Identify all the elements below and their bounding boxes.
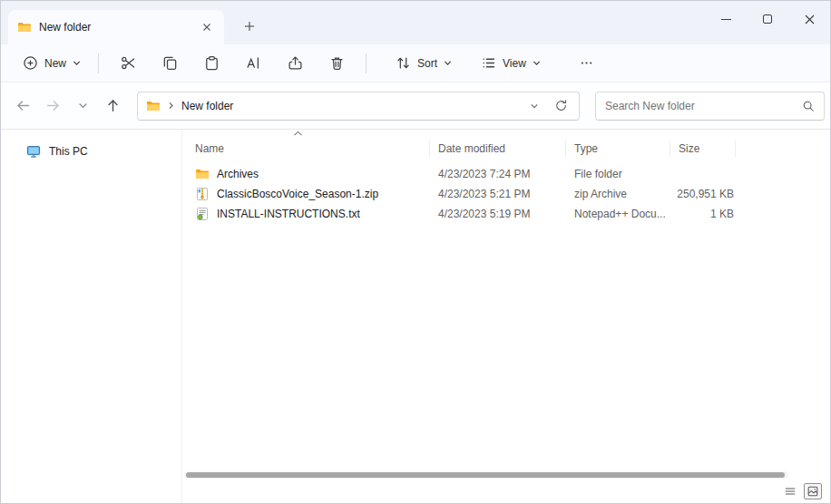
details-view-button[interactable] bbox=[781, 483, 799, 499]
tab-title: New folder bbox=[39, 21, 191, 34]
up-arrow-icon bbox=[105, 98, 121, 113]
text-icon bbox=[195, 207, 210, 221]
file-date: 4/23/2023 5:19 PM bbox=[430, 208, 566, 220]
file-date: 4/23/2023 5:21 PM bbox=[430, 188, 566, 200]
large-icons-view-icon bbox=[807, 485, 819, 498]
sort-button[interactable]: Sort bbox=[387, 48, 460, 79]
forward-button[interactable] bbox=[39, 92, 66, 120]
sort-ascending-icon bbox=[293, 131, 303, 137]
column-header-date-modified[interactable]: Date modified bbox=[430, 141, 566, 157]
new-button[interactable]: New bbox=[14, 48, 90, 79]
refresh-button[interactable] bbox=[551, 96, 571, 116]
column-header-type[interactable]: Type bbox=[566, 141, 670, 157]
horizontal-scrollbar-thumb[interactable] bbox=[186, 472, 785, 478]
breadcrumb-chevron-icon[interactable] bbox=[167, 102, 175, 110]
address-dropdown-button[interactable] bbox=[524, 96, 544, 116]
search-input[interactable] bbox=[605, 100, 795, 112]
delete-button[interactable] bbox=[318, 48, 355, 79]
folder-icon bbox=[146, 99, 161, 113]
close-button[interactable] bbox=[788, 1, 830, 37]
command-toolbar: New Sort View bbox=[1, 44, 830, 82]
column-header-name[interactable]: Name bbox=[182, 141, 430, 157]
paste-icon bbox=[204, 55, 220, 71]
address-bar[interactable]: New folder bbox=[137, 92, 580, 121]
horizontal-scrollbar-track[interactable] bbox=[184, 471, 788, 479]
file-type: zip Archive bbox=[566, 188, 670, 200]
sidebar-item-this-pc[interactable]: This PC bbox=[6, 139, 176, 164]
file-row-archives[interactable]: Archives 4/23/2023 7:24 PM File folder bbox=[182, 164, 830, 184]
plus-circle-icon bbox=[23, 55, 38, 71]
zip-icon bbox=[195, 187, 210, 201]
search-icon[interactable] bbox=[802, 100, 815, 112]
folder-icon bbox=[17, 20, 32, 34]
copy-button[interactable] bbox=[152, 48, 188, 79]
view-icon bbox=[481, 55, 496, 71]
file-row-zip[interactable]: ClassicBoscoVoice_Season-1.zip 4/23/2023… bbox=[182, 184, 830, 204]
chevron-down-icon bbox=[533, 59, 541, 67]
status-bar bbox=[781, 483, 822, 499]
monitor-icon bbox=[26, 144, 41, 159]
sort-icon bbox=[396, 55, 411, 71]
navigation-pane: This PC bbox=[1, 130, 181, 503]
view-button[interactable]: View bbox=[473, 48, 549, 79]
new-button-label: New bbox=[44, 57, 66, 70]
folder-icon bbox=[195, 167, 210, 181]
file-size: 250,951 KB bbox=[670, 188, 734, 200]
file-list-pane: Name Date modified Type Size bbox=[182, 130, 830, 503]
toolbar-divider bbox=[98, 53, 99, 73]
column-header-size[interactable]: Size bbox=[670, 141, 736, 157]
rename-button[interactable] bbox=[235, 48, 271, 79]
up-button[interactable] bbox=[99, 92, 126, 120]
navigation-bar: New folder bbox=[1, 82, 830, 130]
column-header-date-label: Date modified bbox=[438, 142, 505, 155]
file-name: ClassicBoscoVoice_Season-1.zip bbox=[217, 188, 378, 200]
chevron-down-icon bbox=[530, 102, 539, 111]
file-name: Archives bbox=[217, 168, 259, 180]
chevron-down-icon bbox=[78, 101, 88, 111]
maximize-button[interactable] bbox=[747, 1, 788, 37]
file-type: File folder bbox=[566, 168, 670, 180]
column-header-size-label: Size bbox=[679, 142, 699, 155]
maximize-icon bbox=[763, 15, 772, 24]
file-name: INSTALL-INSTRUCTIONS.txt bbox=[217, 208, 360, 220]
tab-close-icon[interactable] bbox=[199, 19, 215, 35]
chevron-down-icon bbox=[73, 59, 81, 67]
file-type: Notepad++ Docu... bbox=[566, 208, 670, 220]
close-icon bbox=[804, 14, 816, 25]
share-button[interactable] bbox=[277, 48, 313, 79]
breadcrumb[interactable]: New folder bbox=[181, 100, 233, 112]
file-row-txt[interactable]: INSTALL-INSTRUCTIONS.txt 4/23/2023 5:19 … bbox=[182, 204, 830, 224]
share-icon bbox=[288, 55, 303, 71]
column-header-name-label: Name bbox=[195, 142, 224, 155]
tab-new-folder[interactable]: New folder bbox=[8, 10, 224, 44]
column-headers: Name Date modified Type Size bbox=[182, 137, 736, 160]
back-arrow-icon bbox=[15, 98, 31, 113]
rename-icon bbox=[246, 55, 261, 71]
see-more-button[interactable] bbox=[569, 48, 605, 79]
file-date: 4/23/2023 7:24 PM bbox=[430, 168, 566, 180]
recent-locations-button[interactable] bbox=[69, 92, 96, 120]
scissors-icon bbox=[121, 55, 136, 71]
file-explorer-window: New folder New bbox=[0, 0, 831, 504]
minimize-button[interactable] bbox=[705, 1, 747, 37]
ellipsis-icon bbox=[580, 56, 593, 70]
view-button-label: View bbox=[503, 57, 526, 70]
file-size: 1 KB bbox=[670, 208, 734, 220]
search-box[interactable] bbox=[595, 92, 825, 121]
details-view-icon bbox=[784, 485, 797, 498]
window-controls bbox=[705, 1, 830, 37]
chevron-down-icon bbox=[444, 59, 452, 67]
minimize-icon bbox=[721, 19, 731, 20]
file-rows: Archives 4/23/2023 7:24 PM File folder C… bbox=[182, 164, 830, 224]
sort-button-label: Sort bbox=[417, 57, 437, 70]
back-button[interactable] bbox=[9, 92, 36, 120]
cut-button[interactable] bbox=[110, 48, 146, 79]
forward-arrow-icon bbox=[45, 98, 61, 113]
new-tab-button[interactable] bbox=[239, 15, 260, 37]
toolbar-divider bbox=[366, 53, 367, 73]
copy-icon bbox=[162, 55, 178, 71]
trash-icon bbox=[329, 55, 345, 71]
refresh-icon bbox=[554, 99, 568, 112]
large-icons-view-button[interactable] bbox=[804, 483, 822, 499]
paste-button[interactable] bbox=[193, 48, 230, 79]
